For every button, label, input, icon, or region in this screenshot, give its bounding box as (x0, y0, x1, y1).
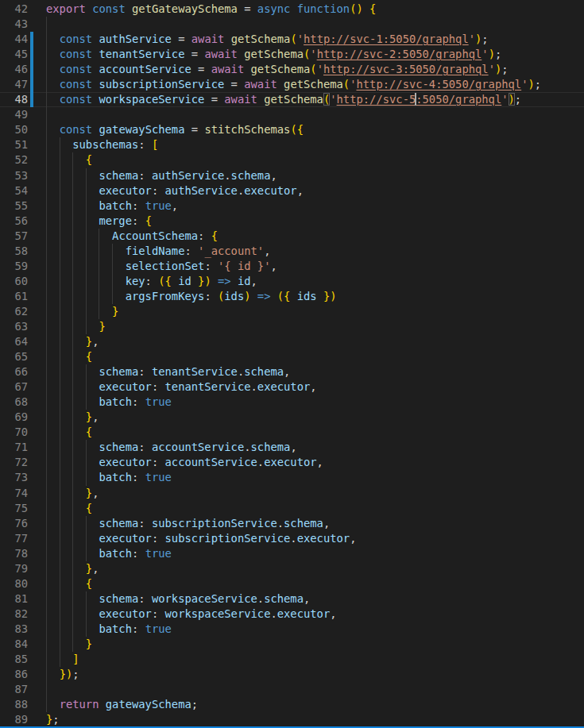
code-token: ; (482, 33, 488, 45)
code-token: http://svc-1:5050/graphql (304, 33, 469, 45)
code-line[interactable]: 63 } (0, 319, 584, 334)
code-line[interactable]: 82 executor: workspaceService.executor, (0, 607, 584, 622)
code-line[interactable]: 48 const workspaceService = await getSch… (0, 92, 584, 107)
code-token: await (244, 78, 277, 91)
code-token: : (152, 607, 165, 620)
code-token: , (92, 410, 99, 423)
code-token: } (86, 637, 92, 650)
code-line[interactable]: 81 schema: workspaceService.schema, (0, 591, 584, 607)
code-line[interactable]: 60 key: ({ id }) => id, (0, 274, 584, 289)
code-token: } (86, 562, 92, 575)
code-token: authService (99, 33, 171, 45)
code-line[interactable]: 59 selectionSet: '{ id }', (0, 259, 584, 274)
code-token: merge (99, 214, 132, 227)
code-token: => (257, 290, 271, 302)
code-line[interactable]: 61 argsFromKeys: (ids) => ({ ids }) (0, 289, 584, 304)
code-token: await (224, 93, 257, 106)
code-token: schema (264, 592, 304, 605)
code-token: , (290, 441, 296, 453)
code-token: executor (297, 532, 350, 545)
code-token: [ (152, 138, 158, 151)
code-editor[interactable]: 42export const getGatewaySchema = async … (0, 0, 584, 728)
code-line[interactable]: 83 batch: true (0, 622, 584, 637)
code-line[interactable]: 64 }, (0, 334, 584, 349)
code-token: argsFromKeys (126, 290, 205, 302)
code-line[interactable]: 69 }, (0, 410, 584, 425)
code-token (191, 275, 198, 287)
code-line[interactable]: 54 executor: authService.executor, (0, 183, 584, 198)
code-token (99, 698, 105, 711)
code-text: }, (46, 561, 99, 576)
code-token: schema (231, 169, 271, 182)
code-line[interactable]: 44 const authService = await getSchema('… (0, 32, 584, 47)
code-line[interactable]: 57 AccountSchema: { (0, 229, 584, 244)
code-line[interactable]: 79 }, (0, 561, 584, 576)
code-token (86, 2, 92, 15)
code-line[interactable]: 70 { (0, 425, 584, 440)
code-line[interactable]: 76 schema: subscriptionService.schema, (0, 516, 584, 531)
line-number: 86 (0, 667, 28, 682)
code-line[interactable]: 74 }, (0, 486, 584, 501)
code-token: : (138, 441, 152, 453)
code-line[interactable]: 49 (0, 107, 584, 122)
code-line[interactable]: 71 schema: accountService.schema, (0, 440, 584, 455)
code-token: batch (99, 471, 132, 483)
code-line[interactable]: 62 } (0, 304, 584, 319)
code-line[interactable]: 72 executor: accountService.executor, (0, 455, 584, 470)
code-line[interactable]: 86 }); (0, 667, 584, 682)
code-line[interactable]: 89}; (0, 712, 584, 727)
code-lines-container: 42export const getGatewaySchema = async … (0, 2, 584, 727)
code-text: } (46, 319, 106, 334)
code-line[interactable]: 68 batch: true (0, 395, 584, 410)
code-token: , (92, 335, 99, 348)
code-token (126, 2, 132, 15)
code-line[interactable]: 75 { (0, 501, 584, 516)
code-token: AccountSchema (112, 229, 198, 242)
code-token: const (60, 63, 93, 75)
code-token: const (60, 93, 93, 106)
code-line[interactable]: 56 merge: { (0, 214, 584, 229)
code-token: : (152, 532, 165, 545)
line-number: 70 (0, 425, 28, 440)
code-line[interactable]: 78 batch: true (0, 546, 584, 561)
code-token: const (60, 48, 93, 60)
code-line[interactable]: 84 } (0, 637, 584, 652)
code-token: : (132, 547, 145, 560)
code-token: ) (489, 48, 495, 60)
line-number: 83 (0, 622, 28, 637)
code-line[interactable]: 47 const subscriptionService = await get… (0, 77, 584, 92)
code-token: executor (99, 456, 151, 468)
code-line[interactable]: 80 { (0, 576, 584, 591)
code-line[interactable]: 53 schema: authService.schema, (0, 168, 584, 183)
code-text: const subscriptionService = await getSch… (46, 77, 541, 92)
code-token: key (126, 275, 145, 287)
code-token (211, 275, 218, 287)
code-text: } (46, 304, 118, 319)
code-line[interactable]: 66 schema: tenantService.schema, (0, 364, 584, 379)
code-text: merge: { (46, 214, 152, 229)
code-line[interactable]: 77 executor: subscriptionService.executo… (0, 531, 584, 546)
code-token: . (224, 169, 230, 182)
code-line[interactable]: 50 const gatewaySchema = stitchSchemas({ (0, 122, 584, 137)
code-line[interactable]: 58 fieldName: '_account', (0, 244, 584, 259)
code-line[interactable]: 46 const accountService = await getSchem… (0, 62, 584, 77)
code-token: batch (99, 199, 132, 212)
code-line[interactable]: 85 ] (0, 652, 584, 667)
code-text: fieldName: '_account', (46, 244, 270, 259)
code-line[interactable]: 51 subschemas: [ (0, 137, 584, 152)
code-token: : (132, 199, 145, 212)
code-line[interactable]: 45 const tenantService = await getSchema… (0, 47, 584, 62)
code-line[interactable]: 42export const getGatewaySchema = async … (0, 2, 584, 17)
code-token: }) (323, 290, 337, 302)
code-line[interactable]: 55 batch: true, (0, 198, 584, 214)
code-line[interactable]: 52 { (0, 152, 584, 168)
code-line[interactable]: 73 batch: true (0, 470, 584, 485)
code-line[interactable]: 88 return gatewaySchema; (0, 697, 584, 712)
code-line[interactable]: 43 (0, 17, 584, 32)
code-token: ' (297, 33, 304, 45)
code-token: fieldName (126, 245, 185, 257)
code-text: }, (46, 486, 99, 501)
code-line[interactable]: 87 (0, 682, 584, 697)
code-line[interactable]: 65 { (0, 349, 584, 364)
code-line[interactable]: 67 executor: tenantService.executor, (0, 379, 584, 395)
